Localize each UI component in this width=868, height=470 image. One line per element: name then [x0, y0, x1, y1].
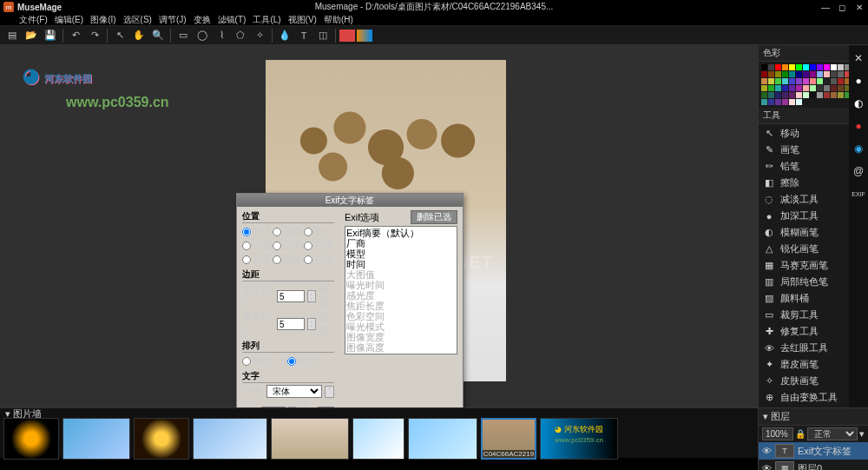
layer-item[interactable]: 👁▦图层0 — [759, 460, 868, 470]
hand-icon[interactable]: ✋ — [130, 28, 148, 43]
palette-color[interactable] — [782, 78, 788, 84]
palette-color[interactable] — [838, 64, 844, 70]
palette-color[interactable] — [838, 78, 844, 84]
tool-减淡工具[interactable]: ◌减淡工具 — [759, 191, 849, 208]
eyedrop-icon[interactable]: 💧 — [276, 28, 293, 43]
side-✕-icon[interactable]: ✕ — [851, 50, 866, 66]
palette-color[interactable] — [775, 85, 781, 91]
new-icon[interactable]: ▤ — [3, 28, 21, 43]
exif-item[interactable]: 曝光时间 — [346, 280, 456, 290]
palette-color[interactable] — [817, 78, 823, 84]
font-select[interactable]: 宋体 — [266, 385, 322, 398]
eye-icon[interactable]: 👁 — [762, 446, 772, 456]
palette-color[interactable] — [789, 99, 795, 105]
eye-icon[interactable]: 👁 — [762, 463, 772, 470]
exif-item[interactable]: 模型 — [346, 248, 456, 259]
pos-radio-正中[interactable]: 正中 — [273, 239, 303, 252]
exif-item[interactable]: 厂商 — [346, 238, 456, 248]
palette-color[interactable] — [817, 71, 823, 77]
palette-color[interactable] — [761, 71, 767, 77]
exif-item[interactable]: 感光度 — [346, 290, 456, 301]
palette-color[interactable] — [775, 92, 781, 98]
tool-铅笔[interactable]: ✏铅笔 — [759, 158, 849, 175]
sel-lasso-icon[interactable]: ⌇ — [213, 28, 230, 43]
redo-icon[interactable]: ↷ — [86, 28, 103, 43]
pos-radio-左上[interactable]: 左上 — [242, 225, 273, 238]
palette-color[interactable] — [838, 71, 844, 77]
palette-color[interactable] — [838, 85, 844, 91]
side-EXIF-icon[interactable]: EXIF — [851, 186, 866, 202]
tool-模糊画笔[interactable]: ◐模糊画笔 — [759, 224, 849, 241]
sel-poly-icon[interactable]: ⬠ — [232, 28, 249, 43]
palette-color[interactable] — [803, 71, 809, 77]
sel-ellipse-icon[interactable]: ◯ — [194, 28, 211, 43]
side-◐-icon[interactable]: ◐ — [851, 96, 866, 111]
palette-color[interactable] — [782, 92, 788, 98]
palette-color[interactable] — [810, 71, 816, 77]
palette-color[interactable] — [775, 64, 781, 70]
menu-文件(F)[interactable]: 文件(F) — [19, 14, 48, 25]
sel-rect-icon[interactable]: ▭ — [174, 28, 192, 43]
zoom-icon[interactable]: 🔍 — [149, 28, 167, 43]
delete-selected-button[interactable]: 删除已选 — [411, 210, 457, 224]
menu-选区(S)[interactable]: 选区(S) — [123, 14, 152, 25]
pos-radio-右下[interactable]: 右下 — [304, 253, 334, 266]
palette-color[interactable] — [824, 85, 830, 91]
layer-item[interactable]: 👁TExif文字标签 — [759, 442, 868, 460]
menu-调节(J)[interactable]: 调节(J) — [159, 14, 187, 25]
pos-radio-顶部[interactable]: 顶部 — [273, 225, 303, 238]
palette-color[interactable] — [775, 99, 781, 105]
tool-液化(瘦脸)工具[interactable]: ≈液化(瘦脸)工具 — [759, 406, 849, 407]
text-icon[interactable]: T — [295, 28, 312, 43]
menu-图像(I)[interactable]: 图像(I) — [90, 14, 115, 25]
minimize-button[interactable]: — — [821, 3, 830, 11]
palette-color[interactable] — [831, 64, 837, 70]
palette-color[interactable] — [782, 64, 788, 70]
palette-color[interactable] — [761, 85, 767, 91]
chevron-down-icon[interactable]: ▾ — [859, 428, 865, 440]
palette-color[interactable] — [768, 99, 774, 105]
exif-item[interactable]: 色彩空间 — [346, 311, 456, 321]
tool-加深工具[interactable]: ●加深工具 — [759, 208, 849, 224]
pos-radio-左侧[interactable]: 左侧 — [242, 239, 273, 252]
lock-icon[interactable]: 🔒 — [795, 429, 806, 439]
palette-color[interactable] — [789, 92, 795, 98]
thumbnail[interactable] — [62, 418, 130, 460]
palette-color[interactable] — [768, 64, 774, 70]
palette-color[interactable] — [831, 85, 837, 91]
font-dropdown-icon[interactable]: ▾ — [325, 386, 334, 398]
exif-item[interactable]: Exif摘要（默认） — [346, 228, 456, 238]
close-button[interactable]: ✕ — [856, 3, 865, 11]
save-icon[interactable]: 💾 — [42, 28, 59, 43]
pos-radio-底部[interactable]: 底部 — [273, 253, 303, 266]
palette-color[interactable] — [789, 64, 795, 70]
palette-color[interactable] — [796, 71, 802, 77]
undo-icon[interactable]: ↶ — [67, 28, 84, 43]
thumbnail[interactable] — [271, 418, 349, 460]
blend-mode-select[interactable]: 正常 — [807, 427, 858, 440]
margin-input[interactable] — [277, 290, 305, 302]
zoom-input[interactable] — [762, 427, 793, 440]
tool-自由变换工具[interactable]: ⊕自由变换工具 — [759, 389, 849, 406]
tool-去红眼工具[interactable]: 👁去红眼工具 — [759, 340, 849, 356]
exif-item[interactable]: 图像高度 — [346, 342, 456, 353]
menu-帮助(H)[interactable]: 帮助(H) — [324, 14, 353, 25]
exif-item[interactable]: 图像宽度 — [346, 332, 456, 342]
palette-color[interactable] — [803, 92, 809, 98]
palette-color[interactable] — [768, 85, 774, 91]
tool-磨皮画笔[interactable]: ✦磨皮画笔 — [759, 356, 849, 373]
menu-视图(V)[interactable]: 视图(V) — [288, 14, 317, 25]
pointer-icon[interactable]: ↖ — [111, 28, 128, 43]
palette-color[interactable] — [810, 85, 816, 91]
pos-radio-右侧[interactable]: 右侧 — [304, 239, 334, 252]
palette-color[interactable] — [803, 64, 809, 70]
sel-wand-icon[interactable]: ✧ — [251, 28, 268, 43]
palette-color[interactable] — [831, 92, 837, 98]
side-●-icon[interactable]: ● — [851, 73, 866, 89]
canvas-area[interactable]: ◕ 河东软件园 www.pc0359.cn WWW.SHOHO.NET Exif… — [0, 45, 758, 407]
open-icon[interactable]: 📂 — [23, 28, 40, 43]
pos-radio-左下[interactable]: 左下 — [242, 253, 273, 266]
palette-color[interactable] — [768, 78, 774, 84]
thumbnail[interactable]: C04C66AC2219 — [481, 418, 536, 460]
palette-color[interactable] — [775, 71, 781, 77]
